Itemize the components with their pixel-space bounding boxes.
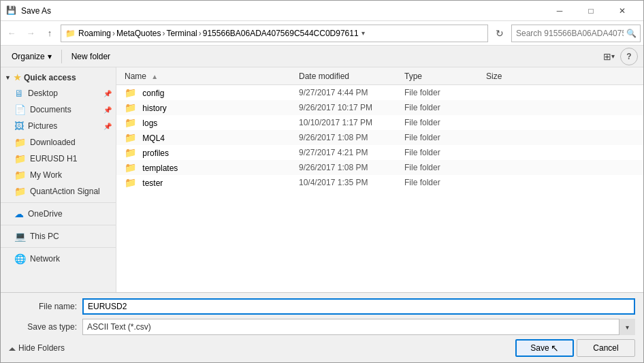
forward-button[interactable]: →: [22, 25, 39, 42]
toolbar: Organize ▾ New folder ⊞ ▾ ?: [1, 46, 643, 67]
save-as-dialog: 💾 Save As ─ □ ✕ ← → ↑ 📁 Roaming › MetaQu…: [0, 0, 644, 363]
sidebar-divider-2: [1, 225, 116, 225]
sidebar-item-network[interactable]: 🌐 Network: [1, 251, 116, 267]
table-row[interactable]: 📁 logs 10/10/2017 1:17 PM File folder: [116, 115, 643, 130]
column-header-size[interactable]: Size: [486, 72, 541, 81]
file-date-cell: 9/26/2017 1:08 PM: [299, 163, 404, 172]
filetype-select-wrapper: ASCII Text (*.csv)CSV (*.csv)Text (*.txt…: [82, 319, 635, 335]
table-row[interactable]: 📁 tester 10/4/2017 1:35 PM File folder: [116, 175, 643, 190]
quick-access-header[interactable]: ▼ ★ Quick access: [1, 70, 116, 85]
filename-row: File name:: [9, 298, 635, 315]
desktop-pin-icon: 📌: [103, 90, 112, 97]
hide-folders-row: Hide Folders Save ↖ Cancel: [9, 339, 635, 357]
view-icon: ⊞: [603, 51, 611, 62]
organize-button[interactable]: Organize ▾: [6, 49, 57, 64]
save-button-label: Save: [530, 343, 549, 353]
file-name: config: [142, 89, 164, 98]
sidebar-mywork-label: My Work: [30, 170, 62, 180]
save-button[interactable]: Save ↖: [515, 339, 574, 357]
sidebar-item-thispc[interactable]: 💻 This PC: [1, 228, 116, 244]
cancel-button[interactable]: Cancel: [577, 339, 635, 357]
column-header-name[interactable]: Name ▲: [122, 72, 299, 81]
file-date-cell: 9/27/2017 4:21 PM: [299, 148, 404, 157]
file-date-cell: 9/26/2017 1:08 PM: [299, 133, 404, 142]
sidebar-documents-label: Documents: [30, 105, 71, 114]
filename-label: File name:: [9, 302, 77, 311]
quick-access-label: Quick access: [24, 73, 76, 82]
sidebar-item-eurusd[interactable]: 📁 EURUSD H1: [1, 151, 116, 167]
sidebar-item-desktop[interactable]: 🖥 Desktop 📌: [1, 85, 116, 101]
sidebar-pictures-label: Pictures: [28, 121, 57, 131]
breadcrumb-id: 915566BA06ADA407569C544CC0D97611: [203, 29, 359, 38]
network-icon: 🌐: [14, 253, 26, 264]
breadcrumb-dropdown[interactable]: ▾: [361, 29, 365, 37]
breadcrumb-terminal: Terminal: [166, 29, 197, 38]
table-row[interactable]: 📁 history 9/26/2017 10:17 PM File folder: [116, 100, 643, 115]
downloaded-icon: 📁: [14, 137, 26, 148]
file-name: logs: [142, 119, 157, 128]
table-row[interactable]: 📁 templates 9/26/2017 1:08 PM File folde…: [116, 160, 643, 175]
file-type-cell: File folder: [404, 163, 486, 172]
file-list-header: Name ▲ Date modified Type Size: [116, 67, 643, 85]
help-button[interactable]: ?: [620, 48, 638, 65]
organize-label: Organize: [12, 52, 45, 61]
filename-input[interactable]: [82, 298, 635, 315]
maximize-button[interactable]: □: [575, 1, 607, 21]
dialog-icon: 💾: [6, 5, 17, 16]
file-name: templates: [142, 163, 178, 173]
eurusd-icon: 📁: [14, 153, 26, 164]
file-date-cell: 10/4/2017 1:35 PM: [299, 178, 404, 187]
search-input[interactable]: [511, 25, 641, 42]
new-folder-button[interactable]: New folder: [66, 49, 116, 64]
pictures-icon: 🖼: [14, 121, 24, 131]
cancel-button-label: Cancel: [593, 343, 618, 353]
table-row[interactable]: 📁 MQL4 9/26/2017 1:08 PM File folder: [116, 130, 643, 145]
table-row[interactable]: 📁 profiles 9/27/2017 4:21 PM File folder: [116, 145, 643, 160]
folder-icon: 📁: [125, 102, 136, 113]
sidebar-onedrive-label: OneDrive: [28, 209, 63, 219]
sidebar-item-mywork[interactable]: 📁 My Work: [1, 167, 116, 183]
file-name-cell: 📁 logs: [122, 117, 299, 128]
close-button[interactable]: ✕: [607, 1, 638, 21]
breadcrumb-folder-icon: 📁: [65, 29, 76, 38]
file-name: profiles: [142, 148, 169, 158]
column-header-type[interactable]: Type: [404, 72, 486, 81]
breadcrumb[interactable]: 📁 Roaming › MetaQuotes › Terminal › 9155…: [61, 25, 488, 42]
mywork-icon: 📁: [14, 170, 26, 180]
quick-access-star-icon: ★: [14, 73, 21, 82]
column-header-date[interactable]: Date modified: [299, 72, 404, 81]
breadcrumb-metaquotes: MetaQuotes: [116, 29, 161, 38]
folder-icon: 📁: [125, 87, 136, 98]
file-name-cell: 📁 profiles: [122, 147, 299, 158]
sidebar-divider-3: [1, 247, 116, 248]
thispc-icon: 💻: [14, 231, 26, 242]
address-bar: ← → ↑ 📁 Roaming › MetaQuotes › Terminal …: [1, 21, 643, 46]
sidebar-item-downloaded[interactable]: 📁 Downloaded: [1, 134, 116, 151]
sidebar-item-pictures[interactable]: 🖼 Pictures 📌: [1, 118, 116, 134]
sidebar-item-documents[interactable]: 📄 Documents 📌: [1, 101, 116, 118]
documents-pin-icon: 📌: [103, 106, 112, 114]
sidebar-item-onedrive[interactable]: ☁ OneDrive: [1, 206, 116, 222]
sidebar-item-quantaction[interactable]: 📁 QuantAction Signal: [1, 183, 116, 200]
folder-icon: 📁: [125, 132, 136, 143]
hide-folders-label[interactable]: Hide Folders: [18, 343, 65, 353]
table-row[interactable]: 📁 config 9/27/2017 4:44 PM File folder: [116, 85, 643, 100]
file-type-cell: File folder: [404, 88, 486, 97]
filetype-row: Save as type: ASCII Text (*.csv)CSV (*.c…: [9, 319, 635, 335]
folder-icon: 📁: [125, 162, 136, 173]
organize-arrow: ▾: [48, 52, 52, 61]
file-type-cell: File folder: [404, 118, 486, 127]
documents-icon: 📄: [14, 104, 26, 115]
sort-arrow: ▲: [151, 73, 158, 80]
back-button[interactable]: ←: [3, 25, 20, 42]
filetype-select[interactable]: ASCII Text (*.csv)CSV (*.csv)Text (*.txt…: [82, 319, 635, 335]
file-name-cell: 📁 tester: [122, 177, 299, 188]
minimize-button[interactable]: ─: [544, 1, 575, 21]
sidebar-quantaction-label: QuantAction Signal: [30, 187, 100, 196]
refresh-button[interactable]: ↻: [491, 25, 509, 42]
quantaction-icon: 📁: [14, 186, 26, 197]
view-button[interactable]: ⊞ ▾: [600, 49, 617, 64]
new-folder-label: New folder: [71, 52, 110, 61]
up-button[interactable]: ↑: [42, 25, 58, 42]
file-name-cell: 📁 templates: [122, 162, 299, 173]
